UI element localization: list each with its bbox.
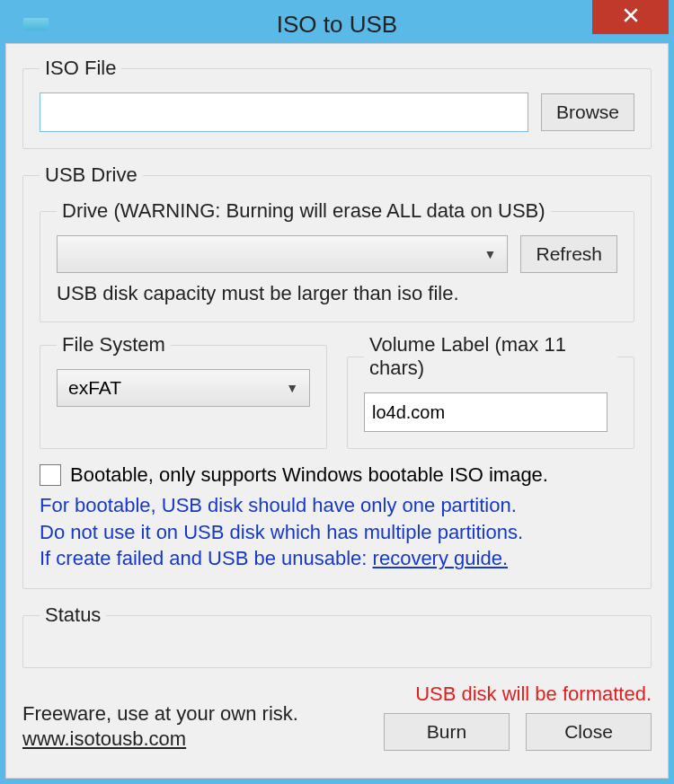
titlebar[interactable]: ISO to USB bbox=[5, 5, 669, 43]
status-legend: Status bbox=[40, 603, 106, 627]
filesystem-select[interactable]: exFAT ▼ bbox=[57, 369, 310, 407]
burn-button[interactable]: Burn bbox=[384, 713, 510, 751]
chevron-down-icon: ▼ bbox=[286, 381, 298, 395]
app-icon bbox=[23, 18, 49, 31]
client-area: ISO File Browse USB Drive Drive (WARNING… bbox=[5, 43, 669, 779]
volume-label-input[interactable] bbox=[364, 392, 607, 432]
usb-drive-group: USB Drive Drive (WARNING: Burning will e… bbox=[22, 163, 652, 589]
chevron-down-icon: ▼ bbox=[484, 247, 497, 261]
bootable-checkbox[interactable] bbox=[40, 464, 61, 486]
filesystem-legend: File System bbox=[57, 333, 171, 357]
iso-path-input[interactable] bbox=[40, 92, 528, 132]
bootable-info: For bootable, USB disk should have only … bbox=[40, 492, 634, 572]
freeware-text: Freeware, use at your own risk. bbox=[22, 701, 298, 727]
iso-file-legend: ISO File bbox=[40, 57, 121, 80]
drive-select[interactable]: ▼ bbox=[57, 235, 508, 273]
iso-file-group: ISO File Browse bbox=[22, 57, 652, 149]
window-title: ISO to USB bbox=[277, 11, 397, 39]
close-icon bbox=[623, 7, 639, 28]
drive-legend: Drive (WARNING: Burning will erase ALL d… bbox=[57, 199, 551, 223]
bootable-info-line3: If create failed and USB be unusable: re… bbox=[40, 545, 634, 572]
refresh-button[interactable]: Refresh bbox=[520, 235, 617, 273]
browse-button[interactable]: Browse bbox=[541, 93, 634, 131]
capacity-note: USB disk capacity must be larger than is… bbox=[57, 282, 617, 305]
bootable-label: Bootable, only supports Windows bootable… bbox=[70, 463, 548, 487]
volume-label-legend: Volume Label (max 11 chars) bbox=[364, 333, 617, 380]
bootable-info-line1: For bootable, USB disk should have only … bbox=[40, 492, 634, 519]
app-window: ISO to USB ISO File Browse USB Drive Dri… bbox=[0, 0, 674, 784]
volume-label-group: Volume Label (max 11 chars) bbox=[347, 333, 634, 449]
usb-drive-legend: USB Drive bbox=[40, 163, 143, 187]
close-button[interactable]: Close bbox=[526, 713, 652, 751]
close-window-button[interactable] bbox=[592, 0, 669, 34]
recovery-guide-link[interactable]: recovery guide. bbox=[373, 547, 508, 569]
filesystem-selected-value: exFAT bbox=[68, 377, 121, 399]
website-link[interactable]: www.isotousb.com bbox=[22, 727, 186, 750]
status-group: Status bbox=[22, 603, 652, 668]
drive-subgroup: Drive (WARNING: Burning will erase ALL d… bbox=[40, 199, 634, 322]
format-warning: USB disk will be formatted. bbox=[384, 683, 652, 706]
footer: Freeware, use at your own risk. www.isot… bbox=[22, 683, 652, 751]
bootable-info-line2: Do not use it on USB disk which has mult… bbox=[40, 519, 634, 546]
filesystem-group: File System exFAT ▼ bbox=[40, 333, 327, 449]
